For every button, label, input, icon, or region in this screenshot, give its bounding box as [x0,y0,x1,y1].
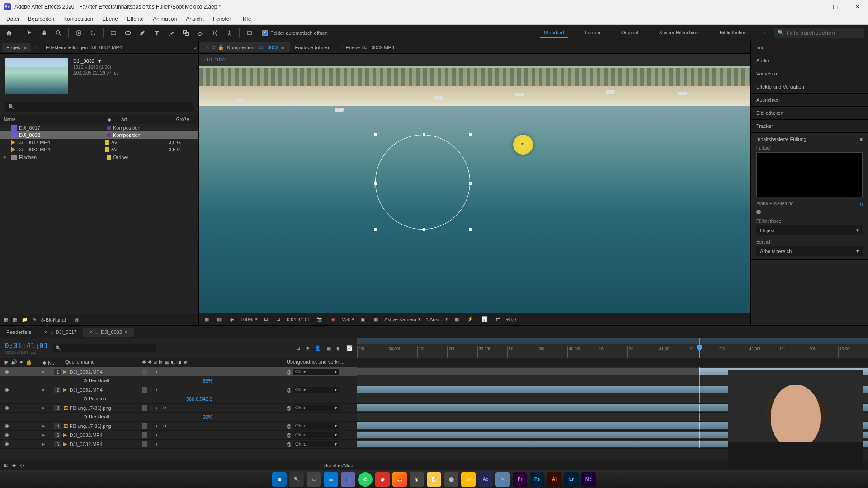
pickwhip-icon[interactable]: @ [284,441,293,447]
eye-header-icon[interactable]: ◉ [4,359,8,366]
schalter-modi-toggle[interactable]: Schalter/Modi [28,463,650,468]
col-size[interactable]: Größe [162,117,189,122]
new-folder-icon[interactable]: 📁 [22,317,28,323]
shy-icon[interactable]: 👤 [315,345,321,351]
tl-toggle-icon[interactable]: ⊞ [4,462,8,468]
grid-icon[interactable]: ⊡ [274,315,282,323]
tab-footage[interactable]: Footage (ohne) [290,43,335,52]
adjust-icon[interactable]: ✎ [33,317,37,323]
bitdepth-label[interactable]: 8-Bit-Kanal [41,317,66,323]
eraser-tool-icon[interactable] [195,28,206,38]
taskbar-app1-icon[interactable]: ▬ [324,472,338,487]
comp-thumbnail[interactable] [5,58,68,94]
taskbar-whatsapp-icon[interactable]: ✆ [358,472,373,487]
workspace-standard[interactable]: Standard [540,28,568,38]
panel-overflow-icon[interactable]: » [194,45,197,50]
rectangle-tool-icon[interactable] [108,28,119,38]
pickwhip-icon[interactable]: @ [284,369,293,375]
menu-ansicht[interactable]: Ansicht [181,14,208,24]
project-items-list[interactable]: DJI_0017 Komposition DJI_0032 Kompositio… [0,124,198,314]
workspace-kleiner[interactable]: Kleiner Bildschirm [656,28,703,38]
taskbar-app2-icon[interactable]: ◉ [375,472,390,487]
project-item[interactable]: DJI_0032.MP4 AVI 3,5 G [0,146,198,153]
help-search[interactable]: 🔍 [774,28,864,38]
taskbar-app5-icon[interactable]: ✎ [495,472,510,487]
project-item[interactable]: DJI_0017.MP4 AVI 3,5 G [0,139,198,146]
taskbar-search-icon[interactable]: 🔍 [289,472,304,487]
parent-header[interactable]: Übergeordnet und verkn... [285,358,357,367]
menu-animation[interactable]: Animation [148,14,181,24]
auto-open-checkbox[interactable] [262,30,268,36]
comp-dropdown-icon[interactable]: ▼ [97,58,102,64]
expand-icon[interactable]: ▸ [42,441,47,447]
timeline-search-input[interactable] [63,345,154,352]
rotate-tool-icon[interactable] [88,28,99,38]
pen-tool-icon[interactable] [137,28,148,38]
parent-dropdown[interactable]: Ohne▾ [293,441,339,447]
taskbar-lr-icon[interactable]: Lr [564,472,579,487]
parent-dropdown[interactable]: Ohne▾ [293,405,339,411]
toggle-channel-icon[interactable]: ▤ [215,315,223,323]
eye-icon[interactable]: ◉ [4,387,10,393]
frame-blend-icon[interactable]: ▦ [326,345,331,351]
panel-info[interactable]: Info [751,41,868,54]
panel-audio[interactable]: Audio [751,54,868,67]
menu-fenster[interactable]: Fenster [208,14,236,24]
stopwatch-icon[interactable]: ⊙ [83,414,87,419]
puppet-tool-icon[interactable] [224,28,235,38]
expand-icon[interactable]: ▸ [42,432,47,438]
workspace-bibliotheken[interactable]: Bibliotheken [716,28,750,38]
tab-close-icon[interactable]: × [206,45,209,50]
taskbar-ps-icon[interactable]: Ps [530,472,544,487]
caf-alpha-value[interactable]: 0 [860,202,863,207]
audio-header-icon[interactable]: 🔊 [11,359,17,366]
resolution-dropdown[interactable]: Voll ▾ [342,316,354,322]
panel-ausrichten[interactable]: Ausrichten [751,94,868,107]
taskbar-me-icon[interactable]: Me [581,472,596,487]
selection-tool-icon[interactable] [24,28,35,38]
parent-dropdown[interactable]: Ohne▾ [293,369,339,375]
eye-icon[interactable]: ◉ [4,405,10,411]
help-search-input[interactable] [787,29,861,36]
zoom-tool-icon[interactable] [53,28,64,38]
caf-range-dropdown[interactable]: Arbeitsbereich▾ [756,246,863,256]
transparency-icon[interactable]: ▦ [372,315,380,323]
brush-tool-icon[interactable] [166,28,177,38]
taskbar-start-icon[interactable]: ⊞ [272,472,287,487]
project-item[interactable]: ▸ Flächen Ordner [0,153,198,161]
text-tool-icon[interactable] [151,28,162,38]
panel-menu-icon[interactable]: ≡ [860,136,863,142]
flowchart-icon[interactable]: ⇄ [494,315,502,323]
color-icon[interactable]: ◉ [329,315,337,323]
parent-dropdown[interactable]: Ohne▾ [293,432,339,438]
tab-renderliste[interactable]: Renderliste [0,328,38,337]
snapshot-icon[interactable]: 📷 [315,315,325,323]
eye-icon[interactable]: ◉ [4,441,10,447]
pixel-aspect-icon[interactable]: ▦ [453,315,461,323]
breadcrumb-item[interactable]: DJI_0032 [204,57,226,62]
draft3d-icon[interactable]: ◈ [306,345,309,351]
lock-header-icon[interactable]: 🔒 [26,359,32,366]
menu-datei[interactable]: Datei [2,14,24,24]
ellipse-tool-icon[interactable] [123,28,133,38]
motion-blur-icon[interactable]: ◐ [336,345,341,351]
timeline-ruler[interactable]: 20f38;00f10f20f39;00f10f20f40;00f10f20f4… [357,338,868,358]
taskbar-app4-icon[interactable]: 📝 [427,472,441,487]
fast-preview-icon[interactable]: ⚡ [465,315,475,323]
snapping-icon[interactable] [244,28,255,38]
zoom-dropdown[interactable]: 100% ▾ [241,316,258,322]
res-fit-icon[interactable]: ⊞ [262,315,270,323]
workspace-original[interactable]: Original [618,28,642,38]
timeline-icon[interactable]: 📊 [480,315,490,323]
menu-hilfe[interactable]: Hilfe [236,14,255,24]
quellenname-header[interactable]: Quellenname [63,358,140,367]
panel-bibliotheken[interactable]: Bibliotheken [751,107,868,120]
taskbar-teams-icon[interactable]: 👥 [341,472,355,487]
close-button[interactable]: ✕ [851,4,864,10]
roto-tool-icon[interactable] [209,28,220,38]
lock-icon[interactable]: 🔒 [218,44,224,50]
views-dropdown[interactable]: 1 Ansi... ▾ [425,316,448,322]
taskbar-firefox-icon[interactable]: 🦊 [392,472,407,487]
maximize-button[interactable]: ▢ [828,4,842,10]
camera-dropdown[interactable]: Aktive Kamera ▾ [384,316,421,322]
